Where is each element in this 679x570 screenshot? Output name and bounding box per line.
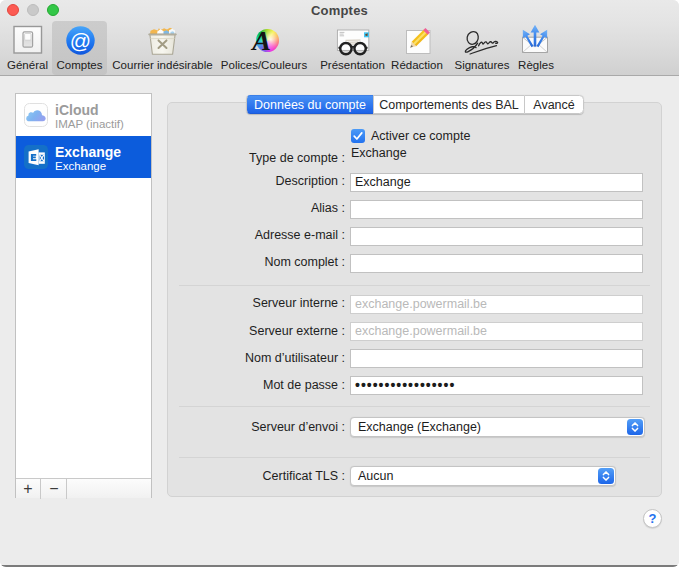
svg-text:@: @ <box>70 29 91 52</box>
